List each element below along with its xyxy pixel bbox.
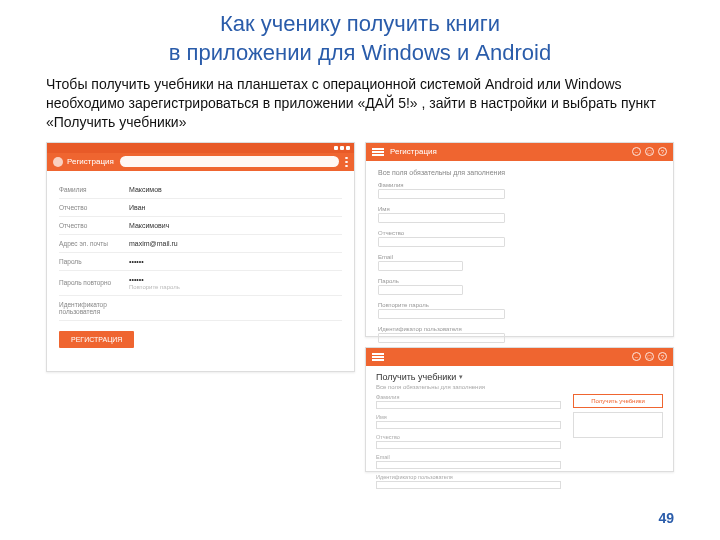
windows-getbooks-screenshot: − □ ? Получить учебники▾ Все поля обязат… — [365, 347, 674, 472]
help-icon[interactable]: ? — [658, 147, 667, 156]
form-row: Фамилия — [378, 182, 661, 199]
form-row: Адрес эл. почтыmaxim@mail.ru — [59, 235, 342, 253]
android-screenshot: Регистрация ФамилияМаксимов ОтчествоИван… — [46, 142, 355, 372]
form-row: Идентификатор пользователя — [59, 296, 342, 321]
form-row: Фамилия — [376, 394, 561, 409]
required-hint: Все поля обязательны для заполнения — [376, 384, 663, 390]
android-statusbar — [47, 143, 354, 153]
minimize-icon[interactable]: − — [632, 352, 641, 361]
page-subtitle: Чтобы получить учебники на планшетах с о… — [0, 75, 720, 142]
form-row: Пароль•••••• — [59, 253, 342, 271]
appbar-title: Регистрация — [390, 147, 437, 156]
register-button[interactable]: РЕГИСТРАЦИЯ — [59, 331, 134, 348]
form-row: ФамилияМаксимов — [59, 181, 342, 199]
text-input[interactable] — [378, 189, 505, 199]
form-row: ОтчествоМаксимович — [59, 217, 342, 235]
text-input[interactable] — [378, 213, 505, 223]
windows-appbar: − □ ? — [366, 348, 673, 366]
hamburger-menu-icon[interactable] — [372, 148, 384, 156]
form-row: Email — [378, 254, 661, 271]
form-row: Отчество — [376, 434, 561, 449]
password-input[interactable] — [378, 309, 505, 319]
form-row: Идентификатор пользователя — [376, 474, 561, 489]
text-input[interactable] — [376, 441, 561, 449]
overflow-menu-icon[interactable] — [345, 157, 348, 167]
form-row: Имя — [378, 206, 661, 223]
appbar-title: Регистрация — [67, 157, 114, 166]
form-row: Отчество — [378, 230, 661, 247]
maximize-icon[interactable]: □ — [645, 352, 654, 361]
page-number: 49 — [658, 510, 674, 526]
form-row: Повторите пароль — [378, 302, 661, 319]
form-row: Пароль — [378, 278, 661, 295]
form-row: ОтчествоИван — [59, 199, 342, 217]
text-input[interactable] — [376, 481, 561, 489]
text-input[interactable] — [376, 461, 561, 469]
back-icon[interactable] — [53, 157, 63, 167]
form-row: Email — [376, 454, 561, 469]
required-hint: Все поля обязательны для заполнения — [378, 169, 661, 176]
screenshots-container: Регистрация ФамилияМаксимов ОтчествоИван… — [0, 142, 720, 472]
password-input[interactable] — [378, 285, 463, 295]
info-box — [573, 412, 663, 438]
text-input[interactable] — [378, 261, 463, 271]
maximize-icon[interactable]: □ — [645, 147, 654, 156]
help-icon[interactable]: ? — [658, 352, 667, 361]
text-input[interactable] — [378, 333, 505, 343]
windows-appbar: Регистрация − □ ? — [366, 143, 673, 161]
form-row: Идентификатор пользователя — [378, 326, 661, 343]
chevron-down-icon[interactable]: ▾ — [459, 373, 463, 381]
form-row: Пароль повторно••••••Повторите пароль — [59, 271, 342, 296]
text-input[interactable] — [376, 421, 561, 429]
section-title: Получить учебники▾ — [376, 372, 663, 382]
android-appbar: Регистрация — [47, 153, 354, 171]
windows-registration-screenshot: Регистрация − □ ? Все поля обязательны д… — [365, 142, 674, 337]
get-books-button[interactable]: Получить учебники — [573, 394, 663, 408]
text-input[interactable] — [376, 401, 561, 409]
hamburger-menu-icon[interactable] — [372, 353, 384, 361]
search-input[interactable] — [120, 156, 339, 167]
minimize-icon[interactable]: − — [632, 147, 641, 156]
page-title: Как ученику получить книги в приложении … — [0, 0, 720, 75]
form-row: Имя — [376, 414, 561, 429]
text-input[interactable] — [378, 237, 505, 247]
android-form: ФамилияМаксимов ОтчествоИван ОтчествоМак… — [47, 171, 354, 358]
